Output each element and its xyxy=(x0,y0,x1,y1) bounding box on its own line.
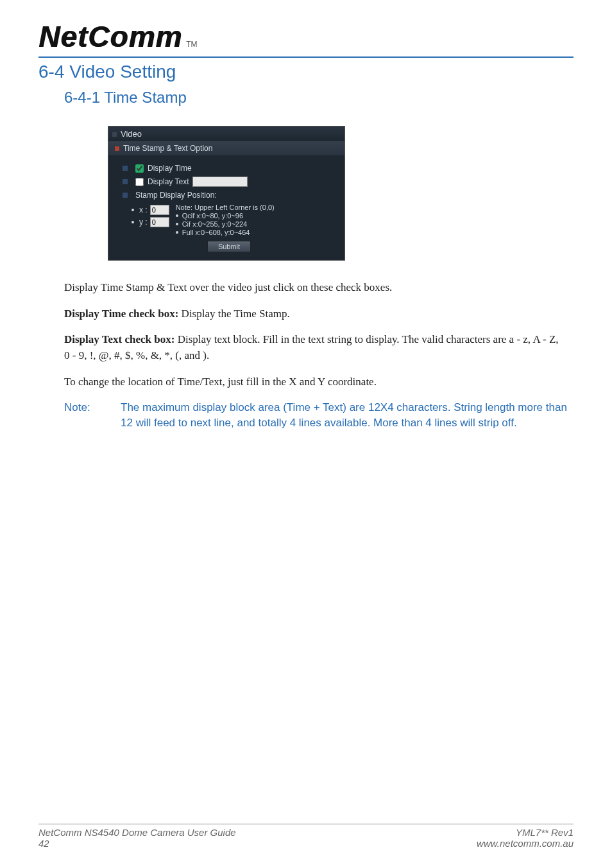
display-text-input[interactable] xyxy=(192,177,248,187)
display-text-label: Display Text xyxy=(148,177,189,186)
paragraph-display-time: Display Time check box: Display the Time… xyxy=(64,306,565,322)
display-text-strong: Display Text check box: xyxy=(64,333,174,345)
subsection-heading: 6-4-1 Time Stamp xyxy=(64,89,574,107)
trademark-symbol: TM xyxy=(186,40,197,49)
y-input[interactable] xyxy=(150,217,169,227)
paragraph-display-text: Display Text check box: Display text blo… xyxy=(64,332,565,363)
display-time-strong: Display Time check box: xyxy=(64,308,178,320)
x-input[interactable] xyxy=(150,205,169,215)
display-time-label: Display Time xyxy=(148,164,192,173)
note-label: Note: xyxy=(64,400,103,431)
section-heading: 6-4 Video Setting xyxy=(38,62,574,82)
display-time-checkbox[interactable] xyxy=(135,164,144,173)
position-notes: Note: Upper Left Corner is (0,0) Qcif x:… xyxy=(176,203,275,237)
footer-url: www.netcomm.com.au xyxy=(477,838,574,849)
dot-icon xyxy=(132,209,134,211)
section-bullet-icon xyxy=(115,146,119,151)
dot-icon xyxy=(176,223,178,225)
note-line-3: Cif x:0~255, y:0~224 xyxy=(182,220,248,228)
footer-divider xyxy=(38,824,574,824)
panel-section-label: Time Stamp & Text Option xyxy=(123,144,212,153)
dot-icon xyxy=(176,231,178,234)
x-label: x : xyxy=(139,205,148,214)
brand-logo: NetComm xyxy=(38,19,182,54)
logo-row: NetComm TM xyxy=(38,19,574,56)
list-square-icon xyxy=(123,193,128,198)
dot-icon xyxy=(176,214,178,217)
display-text-checkbox[interactable] xyxy=(135,178,144,186)
embedded-screenshot: Video Time Stamp & Text Option Display T… xyxy=(108,126,574,261)
dot-icon xyxy=(132,221,134,223)
title-bullet-icon xyxy=(112,132,117,137)
y-label: y : xyxy=(139,218,148,227)
note-line-1: Note: Upper Left Corner is (0,0) xyxy=(176,204,275,211)
panel-section-bar: Time Stamp & Text Option xyxy=(108,141,344,155)
display-time-rest: Display the Time Stamp. xyxy=(178,308,289,320)
panel-title: Video xyxy=(121,129,142,139)
paragraph-intro: Display Time Stamp & Text over the video… xyxy=(64,280,565,296)
note-line-4: Full x:0~608, y:0~464 xyxy=(182,229,250,236)
stamp-position-label: Stamp Display Position: xyxy=(135,191,217,200)
list-square-icon xyxy=(123,166,128,171)
submit-button[interactable]: Submit xyxy=(207,241,251,252)
note-line-2: Qcif x:0~80, y:0~96 xyxy=(182,212,243,220)
stamp-position-row: Stamp Display Position: xyxy=(123,189,336,202)
y-input-row: y : xyxy=(132,217,169,227)
footer-revision: YML7** Rev1 xyxy=(516,827,574,838)
x-input-row: x : xyxy=(132,205,169,215)
note-block: Note: The maximum display block area (Ti… xyxy=(64,400,574,431)
footer-guide-title: NetComm NS4540 Dome Camera User Guide xyxy=(38,827,236,838)
header-divider xyxy=(38,56,574,58)
display-time-row: Display Time xyxy=(123,162,336,175)
footer-page-number: 42 xyxy=(38,838,49,849)
list-square-icon xyxy=(123,179,128,184)
paragraph-coordinate: To change the location of Time/Text, jus… xyxy=(64,374,565,390)
display-text-row: Display Text xyxy=(123,175,336,189)
page-footer: NetComm NS4540 Dome Camera User Guide YM… xyxy=(38,824,574,849)
panel-title-bar: Video xyxy=(108,126,344,141)
note-body: The maximum display block area (Time + T… xyxy=(121,400,574,431)
